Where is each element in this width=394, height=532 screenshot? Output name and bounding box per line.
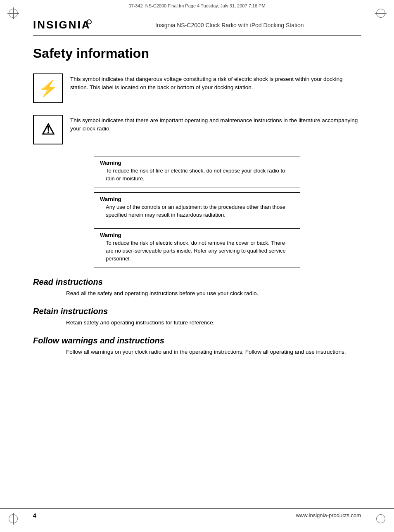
- logo: INSIGNIA: [33, 19, 91, 31]
- warning-label-2: Warning: [100, 196, 294, 202]
- read-instructions-heading: Read instructions: [33, 277, 361, 287]
- exclamation-icon: ⚠: [41, 121, 55, 138]
- crosshair-top-right: [375, 7, 387, 19]
- warning-text-3: To reduce the risk of electric shock, do…: [106, 239, 294, 263]
- header-title: Insignia NS-C2000 Clock Radio with iPod …: [98, 22, 361, 28]
- read-instructions-section: Read instructions Read all the safety an…: [33, 277, 361, 298]
- warning-text-1: To reduce the risk of fire or electric s…: [106, 167, 294, 183]
- read-instructions-body: Read all the safety and operating instru…: [66, 289, 361, 298]
- retain-instructions-heading: Retain instructions: [33, 307, 361, 316]
- warning-box-radiation: Warning Any use of the controls or an ad…: [94, 192, 300, 224]
- voltage-icon-box: ⚡: [33, 73, 63, 103]
- file-info: 07-342_NS-C2000 Final.fm Page 4 Tuesday,…: [128, 3, 265, 8]
- footer-url: www.insignia-products.com: [296, 512, 361, 519]
- page-title: Safety information: [33, 46, 361, 61]
- crosshair-top-left: [7, 7, 19, 19]
- safety-text-instructions: This symbol indicates that there are imp…: [70, 115, 361, 133]
- page-footer: 4 www.insignia-products.com: [0, 508, 394, 519]
- follow-warnings-body: Follow all warnings on your clock radio …: [66, 348, 361, 356]
- lightning-icon: ⚡: [38, 80, 58, 96]
- safety-text-voltage: This symbol indicates that dangerous vol…: [70, 73, 361, 92]
- page-number: 4: [33, 512, 36, 519]
- follow-warnings-section: Follow warnings and instructions Follow …: [33, 336, 361, 356]
- retain-instructions-section: Retain instructions Retain safety and op…: [33, 307, 361, 327]
- warning-text-2: Any use of the controls or an adjustment…: [106, 203, 294, 219]
- safety-item-voltage: ⚡ This symbol indicates that dangerous v…: [33, 73, 361, 103]
- warning-label-1: Warning: [100, 160, 294, 166]
- warnings-container: Warning To reduce the risk of fire or el…: [90, 156, 304, 267]
- page-header: INSIGNIA Insignia NS-C2000 Clock Radio w…: [33, 19, 361, 36]
- warning-label-3: Warning: [100, 232, 294, 238]
- logo-area: INSIGNIA: [33, 19, 91, 31]
- exclaim-icon-box: ⚠: [33, 115, 63, 144]
- follow-warnings-heading: Follow warnings and instructions: [33, 336, 361, 345]
- warning-box-fire: Warning To reduce the risk of fire or el…: [94, 156, 300, 187]
- safety-item-instructions: ⚠ This symbol indicates that there are i…: [33, 115, 361, 144]
- retain-instructions-body: Retain safety and operating instructions…: [66, 319, 361, 327]
- warning-box-shock: Warning To reduce the risk of electric s…: [94, 228, 300, 267]
- top-bar: 07-342_NS-C2000 Final.fm Page 4 Tuesday,…: [0, 3, 394, 8]
